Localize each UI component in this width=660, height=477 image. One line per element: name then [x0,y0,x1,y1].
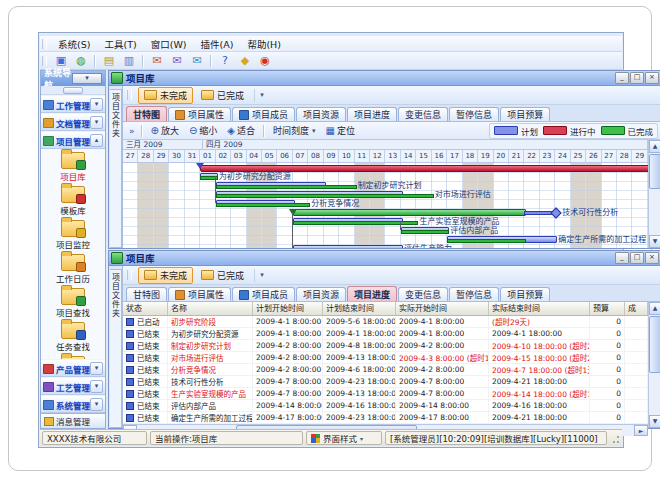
tab-项目预算[interactable]: 项目预算 [500,287,550,301]
sidebar-item-工作日历[interactable]: 工作日历 [56,254,90,284]
help-icon[interactable]: ? [216,53,234,69]
gantt-row[interactable]: 评估生产能力 [123,244,648,248]
tab-项目预算[interactable]: 项目预算 [500,107,550,121]
restore-button[interactable]: □ [630,252,644,264]
column-header-计划结束时间[interactable]: 计划结束时间 [323,302,396,315]
pin-icon[interactable]: ▾ [72,73,102,84]
folder-open-icon[interactable]: ▥ [120,53,138,69]
tab-项目资源[interactable]: 项目资源 [296,287,346,301]
zoom-out-button[interactable]: ⊖缩小 [184,122,222,139]
column-header-预算[interactable]: 预算 [590,302,625,315]
side-tab-project-folder[interactable]: 项目文件夹 [109,266,123,428]
tab-项目成员[interactable]: 项目成员 [232,107,295,121]
tab-甘特图[interactable]: 甘特图 [126,106,167,121]
browser-icon[interactable]: ◍ [72,53,90,69]
fit-button[interactable]: ◈适合 [222,122,260,139]
column-header-成[interactable]: 成 [625,302,648,315]
close-button[interactable]: × [645,72,659,84]
more-tools-button[interactable]: » [126,126,138,136]
locate-button[interactable]: ▦定位 [321,122,360,139]
scroll-thumb[interactable] [649,154,660,189]
ui-style-button[interactable]: 界面样式 ▾ [306,431,382,445]
filter-已完成[interactable]: 已完成 [195,87,250,104]
sidebar-item-任务查找[interactable]: 任务查找 [56,322,90,352]
restore-button[interactable]: □ [630,72,644,84]
table-row[interactable]: 已结束分析竞争情况2009-4-2 8:00:002009-4-6 18:00:… [123,364,648,376]
table-row[interactable]: 已结束为初步研究分配资源2009-4-1 8:00:002009-4-1 18:… [123,328,648,340]
sidebar-item-项目文档查找[interactable]: 项目文档查找 [48,356,99,359]
scroll-down-icon[interactable]: ▼ [649,235,660,248]
sidebar-section-文档管理[interactable]: 文档管理▾ [41,114,105,131]
sidebar-section-系统管理[interactable]: 系统管理▾ [41,396,105,413]
filter-已完成[interactable]: 已完成 [195,267,250,284]
chevron-down-icon[interactable]: ▾ [90,380,103,393]
menu-item[interactable]: 系统(S) [51,36,97,52]
tab-项目进度[interactable]: 项目进度 [347,107,397,121]
sidebar-item-项目查找[interactable]: 项目查找 [56,288,90,318]
scroll-up-icon[interactable]: ▲ [649,302,660,315]
table-vertical-scrollbar[interactable]: ▲ ▼ [648,302,660,428]
menu-item[interactable]: 插件(A) [193,36,240,52]
mail-new-icon[interactable]: ✉ [188,53,206,69]
table-row[interactable]: 已结束制定初步研究计划2009-4-2 8:00:002009-4-8 18:0… [123,340,648,352]
filter-未完成[interactable]: 未完成 [138,267,193,284]
lock-icon[interactable]: ◆ [236,53,254,69]
table-row[interactable]: 已结束确定生产所需的加工过程2009-4-17 8:00:002009-4-23… [123,412,648,424]
filter-overflow-button[interactable]: ▾ [254,89,269,102]
time-scale-button[interactable]: 时间刻度▾ [268,122,321,139]
tab-项目成员[interactable]: 项目成员 [232,287,295,301]
table-row[interactable]: 已结束评估内部产品2009-4-14 8:00:002009-4-16 18:0… [123,400,648,412]
tab-项目属性[interactable]: 项目属性 [168,107,231,121]
sidebar-item-项目库[interactable]: 项目库 [60,152,86,182]
filter-overflow-button[interactable]: ▾ [254,269,269,282]
minimize-button[interactable]: _ [615,72,629,84]
chevron-down-icon[interactable]: ▾ [90,398,103,411]
scroll-right-icon[interactable]: ► [634,425,648,436]
exit-icon[interactable]: ◉ [256,53,274,69]
menu-item[interactable]: 窗口(W) [144,36,194,52]
zoom-in-button[interactable]: ⊕放大 [146,122,184,139]
table-row[interactable]: 已结束对市场进行评估2009-4-2 8:00:002009-4-13 18:0… [123,352,648,364]
scroll-down-icon[interactable]: ▼ [649,415,660,428]
sidebar-item-项目监控[interactable]: 项目监控 [56,220,90,250]
scroll-up-icon[interactable]: ▲ [649,140,660,153]
sidebar-section-项目管理[interactable]: 项目管理▴ [41,132,105,149]
chevron-down-icon[interactable]: ▾ [90,362,103,375]
column-header-实际开始时间[interactable]: 实际开始时间 [396,302,489,315]
tab-项目属性[interactable]: 项目属性 [168,287,231,301]
tab-message-management[interactable]: 消息管理 [41,413,105,428]
chevron-down-icon[interactable]: ▾ [90,98,103,111]
tab-项目资源[interactable]: 项目资源 [296,107,346,121]
table-row[interactable]: 已启动初步研究阶段2009-4-1 8:00:002009-5-6 18:00:… [123,316,648,328]
column-header-状态[interactable]: 状态 [123,302,168,315]
sidebar-section-产品管理[interactable]: 产品管理▾ [41,360,105,377]
tab-变更信息[interactable]: 变更信息 [398,107,448,121]
minimize-button[interactable]: _ [615,252,629,264]
menu-item[interactable]: 帮助(H) [240,36,288,52]
sidebar-section-工作管理[interactable]: 工作管理▾ [41,96,105,113]
mail-icon[interactable]: ✉ [148,53,166,69]
tab-项目进度[interactable]: 项目进度 [347,286,397,301]
column-header-名称[interactable]: 名称 [168,302,253,315]
sidebar-collapse-button[interactable] [63,87,83,94]
mail-read-icon[interactable]: ✉ [168,53,186,69]
close-button[interactable]: × [645,252,659,264]
tab-变更信息[interactable]: 变更信息 [398,287,448,301]
tab-甘特图[interactable]: 甘特图 [126,287,167,301]
tab-暂停信息[interactable]: 暂停信息 [449,107,499,121]
scroll-thumb[interactable] [649,316,660,373]
folder-closed-icon[interactable]: ▤ [100,53,118,69]
side-tab-project-folder[interactable]: 项目文件夹 [109,86,123,248]
sidebar-item-模板库[interactable]: 模板库 [60,186,86,216]
chevron-up-icon[interactable]: ▴ [90,134,103,147]
tab-暂停信息[interactable]: 暂停信息 [449,287,499,301]
column-header-计划开始时间[interactable]: 计划开始时间 [253,302,323,315]
gantt-vertical-scrollbar[interactable]: ▲ ▼ [648,140,660,248]
chevron-down-icon[interactable]: ▾ [90,116,103,129]
resize-grip[interactable] [610,432,620,444]
table-row[interactable]: 已结束生产实验室规模的产品2009-4-7 8:00:002009-4-13 1… [123,388,648,400]
menu-item[interactable]: 工具(T) [97,36,143,52]
table-row[interactable]: 已结束技术可行性分析2009-4-7 8:00:002009-4-23 18:0… [123,376,648,388]
sidebar-section-工艺管理[interactable]: 工艺管理▾ [41,378,105,395]
column-header-实际结束时间[interactable]: 实际结束时间 [489,302,590,315]
